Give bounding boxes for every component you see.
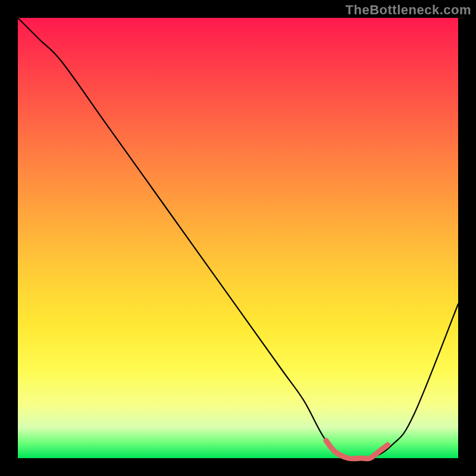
bottleneck-curve-line [18,18,458,461]
curve-overlay [18,18,458,458]
chart-frame: TheBottleneck.com [0,0,476,476]
attribution-text: TheBottleneck.com [346,2,471,18]
optimal-band-line [326,440,388,458]
